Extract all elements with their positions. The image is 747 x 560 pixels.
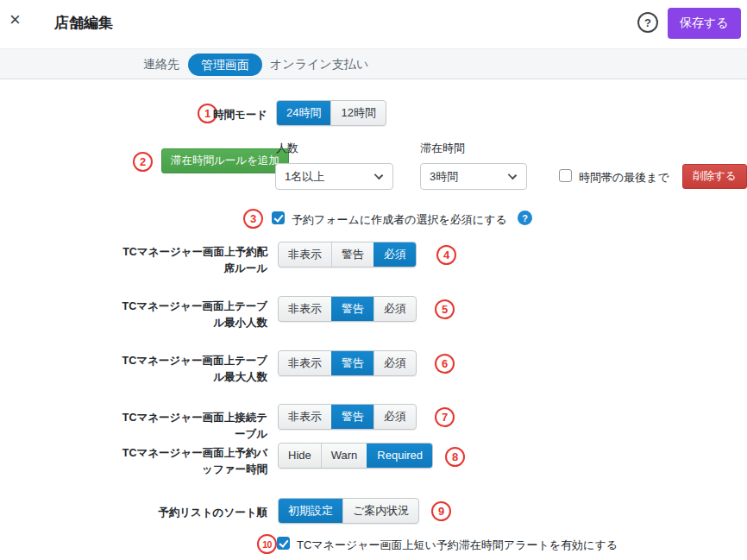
tab-bar: 連絡先 管理画面 オンライン 支払い bbox=[0, 48, 747, 79]
time-mode-label: 時間モード bbox=[119, 107, 267, 123]
buffer-time-toggle: Hide Warn Required bbox=[278, 443, 433, 469]
time-mode-toggle: 24時間 12時間 bbox=[276, 100, 386, 126]
creator-required-checkbox[interactable] bbox=[272, 211, 285, 224]
seating-rule-hide-button[interactable]: 非表示 bbox=[279, 242, 331, 267]
save-button[interactable]: 保存する bbox=[668, 8, 741, 39]
annotation-7: 7 bbox=[435, 407, 455, 427]
store-edit-dialog: × 店舗編集 ? 保存する 連絡先 管理画面 オンライン 支払い 1 時間モード… bbox=[0, 0, 747, 560]
table-max-warn-button[interactable]: 警告 bbox=[331, 351, 374, 375]
annotation-6: 6 bbox=[435, 354, 455, 374]
sort-order-label: 予約リストのソート順 bbox=[119, 505, 267, 521]
seating-rule-warn-button[interactable]: 警告 bbox=[331, 242, 374, 267]
connected-tables-label: TCマネージャー画面上接続テーブル bbox=[119, 410, 267, 443]
tab-admin-screen[interactable]: 管理画面 bbox=[188, 53, 262, 76]
table-max-required-button[interactable]: 必須 bbox=[374, 351, 416, 375]
annotation-5: 5 bbox=[435, 299, 455, 319]
table-max-label: TCマネージャー画面上テーブル最大人数 bbox=[119, 353, 267, 386]
tab-payment[interactable]: 支払い bbox=[332, 49, 368, 79]
annotation-10: 10 bbox=[257, 534, 277, 554]
people-count-select[interactable]: 1名以上 bbox=[275, 163, 393, 190]
table-min-hide-button[interactable]: 非表示 bbox=[279, 297, 331, 321]
short-stay-alert-label: TCマネージャー画面上短い予約滞在時間アラートを有効にする bbox=[297, 538, 618, 553]
annotation-4: 4 bbox=[436, 245, 456, 265]
buffer-time-required-button[interactable]: Required bbox=[367, 444, 432, 468]
buffer-time-warn-button[interactable]: Warn bbox=[321, 444, 367, 468]
short-stay-alert-checkbox[interactable] bbox=[277, 537, 290, 550]
sort-order-guidance-button[interactable]: ご案内状況 bbox=[342, 499, 418, 523]
stay-duration-label: 滞在時間 bbox=[420, 141, 465, 156]
time-mode-24h-button[interactable]: 24時間 bbox=[277, 101, 330, 125]
page-title: 店舗編集 bbox=[54, 13, 113, 33]
connected-tables-warn-button[interactable]: 警告 bbox=[331, 405, 374, 429]
delete-rule-button[interactable]: 削除する bbox=[682, 164, 747, 189]
people-count-value: 1名以上 bbox=[285, 170, 324, 183]
seating-rule-toggle: 非表示 警告 必須 bbox=[278, 242, 417, 267]
table-min-required-button[interactable]: 必須 bbox=[374, 297, 416, 321]
until-end-of-timeslot-label: 時間帯の最後まで bbox=[579, 170, 669, 186]
connected-tables-required-button[interactable]: 必須 bbox=[374, 405, 416, 429]
table-max-toggle: 非表示 警告 必須 bbox=[278, 350, 417, 376]
chevron-down-icon bbox=[374, 171, 383, 179]
connected-tables-toggle: 非表示 警告 必須 bbox=[278, 404, 417, 430]
buffer-time-hide-button[interactable]: Hide bbox=[279, 444, 321, 468]
sort-order-toggle: 初期設定 ご案内状況 bbox=[278, 498, 419, 524]
annotation-8: 8 bbox=[445, 447, 465, 467]
people-count-label: 人数 bbox=[276, 141, 298, 156]
annotation-3: 3 bbox=[243, 209, 263, 229]
buffer-time-label: TCマネージャー画面上予約バッファー時間 bbox=[119, 445, 267, 478]
seating-rule-required-button[interactable]: 必須 bbox=[374, 242, 416, 267]
stay-duration-value: 3時間 bbox=[430, 170, 458, 183]
table-max-hide-button[interactable]: 非表示 bbox=[279, 351, 331, 375]
table-min-warn-button[interactable]: 警告 bbox=[331, 297, 374, 321]
tab-contact[interactable]: 連絡先 bbox=[143, 49, 179, 79]
stay-duration-select[interactable]: 3時間 bbox=[420, 163, 527, 190]
chevron-down-icon bbox=[508, 171, 517, 179]
connected-tables-hide-button[interactable]: 非表示 bbox=[279, 405, 331, 429]
annotation-9: 9 bbox=[431, 501, 451, 521]
table-min-label: TCマネージャー画面上テーブル最小人数 bbox=[119, 299, 267, 331]
seating-rule-label: TCマネージャー画面上予約配席ルール bbox=[119, 244, 267, 277]
sort-order-default-button[interactable]: 初期設定 bbox=[279, 499, 342, 523]
creator-required-help-icon[interactable]: ? bbox=[518, 211, 532, 225]
tab-online[interactable]: オンライン bbox=[270, 49, 332, 79]
table-min-toggle: 非表示 警告 必須 bbox=[278, 296, 417, 322]
creator-required-label: 予約フォームに作成者の選択を必須にする bbox=[292, 212, 507, 228]
add-stay-rule-button[interactable]: 滞在時間ルールを追加 bbox=[161, 148, 289, 173]
until-end-of-timeslot-checkbox[interactable] bbox=[559, 169, 572, 182]
close-icon[interactable]: × bbox=[9, 10, 21, 29]
time-mode-12h-button[interactable]: 12時間 bbox=[330, 101, 385, 125]
annotation-2: 2 bbox=[133, 152, 153, 172]
help-icon[interactable]: ? bbox=[637, 12, 658, 33]
